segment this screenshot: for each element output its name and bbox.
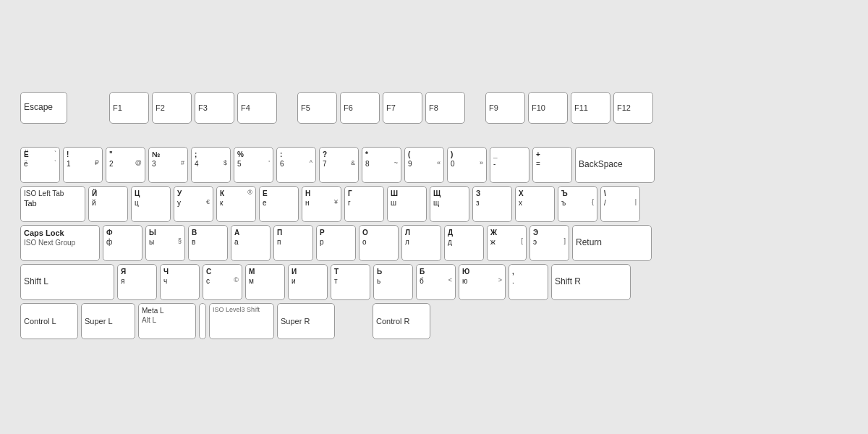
key-э[interactable]: Э э] <box>529 225 569 261</box>
key-з[interactable]: З з <box>472 186 512 222</box>
key-f9[interactable]: F9 <box>485 92 525 124</box>
tab-row: ISO Left Tab Tab Й й Ц ц У у€ <box>20 186 848 222</box>
key-щ[interactable]: Щ щ <box>430 186 469 222</box>
key-ц[interactable]: Ц ц <box>131 186 171 222</box>
key-1[interactable]: ! 1₽ <box>63 147 103 183</box>
key-б[interactable]: Б б< <box>416 264 456 300</box>
caps-row: Caps Lock ISO Next Group Ф ф Ы ы§ В в <box>20 225 848 261</box>
key-f12[interactable]: F12 <box>613 92 653 124</box>
key-iso-level3[interactable]: ISO Level3 Shift <box>209 303 274 339</box>
key-6[interactable]: : 6^ <box>276 147 316 183</box>
key-ш[interactable]: Ш ш <box>387 186 427 222</box>
key-ч[interactable]: Ч ч <box>160 264 200 300</box>
key-tab[interactable]: ISO Left Tab Tab <box>20 186 85 222</box>
key-control-right[interactable]: Control R <box>373 303 430 339</box>
key-f11[interactable]: F11 <box>571 92 610 124</box>
key-у[interactable]: У у€ <box>174 186 213 222</box>
key-п[interactable]: П п <box>273 225 313 261</box>
key-т[interactable]: Т т <box>331 264 370 300</box>
key-minus[interactable]: _ - <box>490 147 529 183</box>
key-f4[interactable]: F4 <box>237 92 277 124</box>
key-ж[interactable]: Ж ж[ <box>487 225 527 261</box>
key-super-right[interactable]: Super R <box>277 303 335 339</box>
key-а[interactable]: А а <box>231 225 271 261</box>
key-equal[interactable]: + = <box>532 147 572 183</box>
key-е[interactable]: Е е <box>259 186 299 222</box>
key-н[interactable]: Н н¥ <box>302 186 341 222</box>
function-row: Escape F1 F2 F3 F4 F5 F6 F7 F8 F9 F10 F1… <box>20 92 848 124</box>
key-f10[interactable]: F10 <box>528 92 568 124</box>
key-2[interactable]: " 2@ <box>106 147 145 183</box>
key-я[interactable]: Я я <box>117 264 157 300</box>
key-о[interactable]: О о <box>359 225 399 261</box>
key-7[interactable]: ? 7& <box>319 147 359 183</box>
key-д[interactable]: Д д <box>444 225 484 261</box>
key-г[interactable]: Г г <box>344 186 384 222</box>
key-0[interactable]: ) 0» <box>447 147 487 183</box>
key-tilde[interactable]: Ё` ё` <box>20 147 60 183</box>
shift-row: Shift L Я я Ч ч С с© М м <box>20 264 848 300</box>
key-ъ[interactable]: Ъ ъ{ <box>558 186 597 222</box>
key-х[interactable]: Х х <box>515 186 555 222</box>
key-super-left[interactable]: Super L <box>81 303 135 339</box>
key-f2[interactable]: F2 <box>152 92 192 124</box>
key-к[interactable]: К® к <box>216 186 256 222</box>
key-4[interactable]: ; 4$ <box>191 147 231 183</box>
key-backspace[interactable]: BackSpace <box>575 147 655 183</box>
key-в[interactable]: В в <box>188 225 228 261</box>
key-ы[interactable]: Ы ы§ <box>145 225 185 261</box>
key-backslash[interactable]: \ /| <box>600 186 640 222</box>
key-ю[interactable]: Ю ю> <box>459 264 506 300</box>
key-shift-right[interactable]: Shift R <box>551 264 631 300</box>
number-row: Ё` ё` ! 1₽ " 2@ № 3# <box>20 147 848 183</box>
key-9[interactable]: ( 9« <box>404 147 444 183</box>
bottom-row: Control L Super L Meta L Alt L ISO Level… <box>20 303 848 339</box>
key-alt-left[interactable]: Meta L Alt L <box>138 303 196 339</box>
key-shift-left[interactable]: Shift L <box>20 264 114 300</box>
key-й[interactable]: Й й <box>88 186 128 222</box>
key-3[interactable]: № 3# <box>148 147 188 183</box>
key-л[interactable]: Л л <box>401 225 441 261</box>
key-f3[interactable]: F3 <box>195 92 234 124</box>
key-ф[interactable]: Ф ф <box>103 225 142 261</box>
keyboard: Escape F1 F2 F3 F4 F5 F6 F7 F8 F9 F10 F1… <box>7 77 861 357</box>
key-f6[interactable]: F6 <box>340 92 380 124</box>
key-f5[interactable]: F5 <box>297 92 337 124</box>
key-р[interactable]: Р р <box>316 225 356 261</box>
key-8[interactable]: * 8~ <box>362 147 401 183</box>
key-space[interactable] <box>199 303 206 339</box>
key-5[interactable]: % 5' <box>234 147 273 183</box>
key-control-left[interactable]: Control L <box>20 303 78 339</box>
key-return[interactable]: Return <box>572 225 652 261</box>
key-ь[interactable]: Ь ь <box>373 264 413 300</box>
key-f1[interactable]: F1 <box>109 92 149 124</box>
key-escape[interactable]: Escape <box>20 92 67 124</box>
key-f7[interactable]: F7 <box>383 92 422 124</box>
key-period[interactable]: , . <box>509 264 548 300</box>
key-м[interactable]: М м <box>245 264 285 300</box>
key-f8[interactable]: F8 <box>425 92 465 124</box>
key-caps-lock[interactable]: Caps Lock ISO Next Group <box>20 225 100 261</box>
key-и[interactable]: И и <box>288 264 328 300</box>
key-с[interactable]: С с© <box>203 264 242 300</box>
